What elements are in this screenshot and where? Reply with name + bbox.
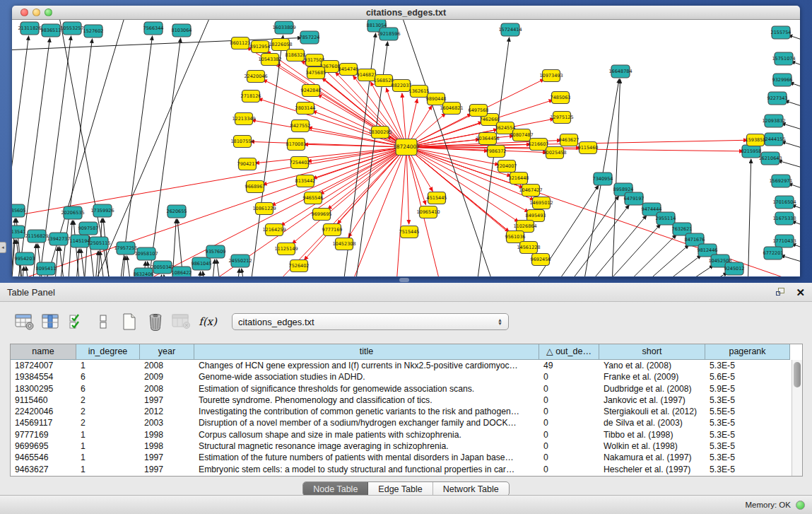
graph-node[interactable]: 7515445: [399, 226, 420, 238]
graph-node[interactable]: 16033809: [272, 21, 295, 34]
table-row[interactable]: 2242004622012Investigating the contribut…: [11, 406, 802, 417]
graph-node[interactable]: 7857224: [300, 31, 320, 44]
graph-node[interactable]: 2803144: [295, 103, 316, 115]
show-columns-icon[interactable]: [39, 310, 63, 333]
graph-node[interactable]: 10958107: [134, 247, 158, 260]
graph-node[interactable]: 15751074: [772, 52, 795, 65]
graph-node[interactable]: 18107554: [230, 136, 254, 148]
graph-node[interactable]: 7485063: [551, 92, 571, 104]
graph-node[interactable]: 4515445: [427, 192, 447, 204]
graph-node[interactable]: 10553257: [60, 22, 83, 35]
graph-node[interactable]: 24550212: [228, 255, 252, 267]
graph-node[interactable]: 10861229: [252, 203, 276, 215]
minimize-window-icon[interactable]: [33, 8, 40, 16]
graph-node[interactable]: 11125149: [274, 243, 298, 255]
graph-node[interactable]: 8103064: [172, 24, 192, 37]
close-panel-icon[interactable]: ✕: [796, 287, 805, 298]
graph-node[interactable]: 15724414: [498, 23, 522, 36]
graph-node[interactable]: 9097587: [78, 222, 99, 235]
graph-node[interactable]: 1086422: [172, 267, 192, 276]
graph-node[interactable]: 2718126: [241, 90, 261, 103]
graph-node[interactable]: 1985605: [12, 204, 25, 217]
graph-node[interactable]: 9227343: [767, 92, 788, 105]
graph-node[interactable]: 10364456: [476, 133, 499, 145]
graph-node[interactable]: 9692456: [531, 254, 551, 266]
graph-node[interactable]: 18226058: [269, 39, 292, 51]
graph-node[interactable]: 6772201: [763, 247, 784, 259]
network-canvas[interactable]: 2131182698365131055325715276027566344810…: [12, 20, 800, 276]
graph-node[interactable]: 19218596: [377, 28, 400, 40]
graph-node[interactable]: 9668967: [245, 181, 266, 193]
tab-network-table[interactable]: Network Table: [433, 482, 509, 496]
graph-node[interactable]: 2620655: [167, 205, 187, 218]
network-window-titlebar[interactable]: citations_edges.txt: [12, 6, 800, 20]
graph-node[interactable]: 17016504: [772, 196, 796, 209]
table-row[interactable]: 1456911722003Disruption of a novel membe…: [11, 417, 802, 428]
graph-node[interactable]: 8095411: [36, 262, 57, 275]
graph-node[interactable]: 8454749: [339, 64, 359, 76]
graph-node[interactable]: 12164259: [262, 224, 286, 236]
column-header-short[interactable]: short: [599, 344, 705, 360]
graph-node[interactable]: 16046821: [440, 103, 463, 115]
graph-node[interactable]: 2155754: [771, 26, 792, 39]
rows-icon[interactable]: [91, 310, 115, 333]
graph-node[interactable]: 10025458: [543, 147, 566, 159]
float-panel-icon[interactable]: [776, 288, 786, 297]
graph-node[interactable]: 15692971: [769, 175, 792, 187]
graph-node[interactable]: 8912954: [250, 41, 271, 53]
tab-node-table[interactable]: Node Table: [303, 482, 368, 496]
graph-node[interactable]: 12975125: [550, 112, 573, 124]
column-header-in_degree[interactable]: in_degree: [76, 344, 140, 360]
graph-node[interactable]: 9699695: [312, 209, 332, 221]
graph-node[interactable]: 18724007: [393, 139, 420, 156]
graph-node[interactable]: 9861045: [192, 257, 212, 270]
graph-node[interactable]: 8186328: [286, 49, 306, 62]
graph-node[interactable]: 6216607: [529, 139, 549, 151]
zoom-window-icon[interactable]: [45, 8, 52, 16]
tab-edge-table[interactable]: Edge Table: [368, 482, 433, 496]
graph-node[interactable]: 3475685: [306, 67, 326, 79]
graph-node[interactable]: 7340954: [593, 173, 613, 185]
graph-node[interactable]: 9777169: [322, 224, 343, 236]
graph-node[interactable]: 9115460: [578, 142, 599, 154]
graph-node[interactable]: 9329966: [772, 74, 793, 86]
graph-node[interactable]: 18300295: [368, 127, 392, 139]
graph-node[interactable]: 9836513: [41, 24, 61, 37]
column-header-pagerank[interactable]: pagerank: [705, 344, 790, 360]
graph-node[interactable]: 16210643: [758, 152, 782, 165]
graph-node[interactable]: 21156829: [25, 230, 48, 243]
graph-node[interactable]: 17359926: [90, 204, 114, 217]
graph-node[interactable]: 17710433: [772, 235, 796, 247]
graph-node[interactable]: 13942737: [47, 233, 70, 245]
splitter-grip-icon[interactable]: [399, 278, 409, 282]
graph-node[interactable]: 6479197: [624, 192, 645, 205]
new-file-icon[interactable]: [117, 310, 141, 333]
graph-node[interactable]: 9463627: [559, 134, 579, 146]
graph-node[interactable]: 8135442: [295, 175, 316, 187]
table-row[interactable]: 1938455462009Genome-wide association stu…: [11, 371, 802, 382]
graph-node[interactable]: 10807487: [510, 129, 533, 141]
graph-node[interactable]: 8427552: [290, 120, 311, 132]
graph-node[interactable]: 2204007: [497, 160, 517, 173]
graph-node[interactable]: 9242848: [301, 85, 322, 97]
column-header-name[interactable]: name: [11, 344, 76, 360]
table-row[interactable]: 969969511998Structural magnetic resonanc…: [11, 440, 802, 452]
graph-node[interactable]: 10965410: [416, 206, 440, 218]
column-header-title[interactable]: title: [194, 344, 539, 360]
graph-node[interactable]: 8170081: [286, 139, 307, 151]
graph-node[interactable]: 12213349: [232, 113, 255, 125]
graph-node[interactable]: 10543382: [258, 54, 281, 66]
table-options-icon[interactable]: [13, 310, 37, 333]
column-header-out_de[interactable]: △ out_de…: [539, 344, 599, 360]
graph-node[interactable]: 7566344: [143, 22, 164, 35]
table-row[interactable]: 911546021997Tourette syndrome. Phenomeno…: [11, 395, 802, 406]
graph-node[interactable]: 9245012: [724, 262, 745, 275]
graph-node[interactable]: 6497568: [469, 105, 489, 117]
graph-node[interactable]: 1527602: [83, 25, 104, 37]
graph-node[interactable]: 9357609: [206, 245, 226, 258]
graph-node[interactable]: 9954203: [15, 252, 35, 265]
function-builder-icon[interactable]: f(x): [196, 310, 220, 333]
table-row[interactable]: 946362711997Embryonic stem cells: a mode…: [11, 464, 802, 475]
graph-node[interactable]: 21311826: [18, 22, 41, 35]
column-header-year[interactable]: year: [140, 344, 194, 360]
